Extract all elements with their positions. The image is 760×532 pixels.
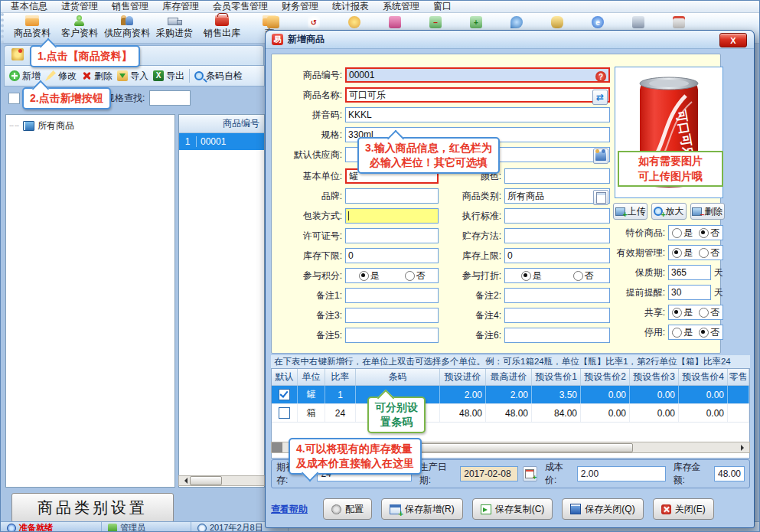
default-checkbox[interactable] [279, 389, 290, 400]
amount-input[interactable]: 48.00 [714, 466, 745, 481]
close-button[interactable]: 关闭(E) [653, 498, 714, 520]
menu-inventory-mgmt[interactable]: 库存管理 [155, 0, 206, 13]
col-purchase[interactable]: 预设进价 [440, 369, 486, 385]
col-barcode[interactable]: 条码 [356, 369, 440, 385]
category-input[interactable]: 所有商品 [504, 188, 610, 204]
stock-max-input[interactable]: 0 [504, 248, 610, 263]
remark4-input[interactable] [504, 308, 610, 323]
scroll-left-arrow-icon[interactable] [181, 478, 188, 484]
edit-button[interactable]: 修改 [45, 70, 77, 83]
water-drop-icon[interactable] [510, 16, 523, 28]
remark6-input[interactable] [504, 328, 610, 343]
prod-date-input[interactable]: 2017-02-08 [460, 466, 517, 481]
menu-system-mgmt[interactable]: 系统管理 [376, 0, 426, 13]
remark1-input[interactable] [345, 288, 439, 303]
dialog-close-button[interactable]: X [719, 33, 747, 47]
license-input[interactable] [345, 228, 439, 243]
category-settings-button[interactable]: 商品类别设置 [11, 493, 174, 523]
share-no-radio[interactable]: 否 [699, 306, 719, 319]
disable-yes-radio[interactable]: 是 [672, 326, 693, 339]
col-price3[interactable]: 预设售价3 [630, 369, 679, 385]
key-icon[interactable] [551, 16, 563, 28]
money-in-icon[interactable]: + [470, 16, 482, 28]
special-yes-radio[interactable]: 是 [672, 227, 693, 240]
menu-finance-mgmt[interactable]: 财务管理 [275, 0, 325, 13]
remark5-input[interactable] [345, 328, 439, 343]
points-yes-radio[interactable]: 是 [359, 269, 380, 282]
cost-input[interactable]: 2.00 [577, 466, 666, 481]
search-checkbox[interactable] [8, 93, 20, 104]
stock-min-input[interactable]: 0 [345, 248, 439, 263]
brand-input[interactable] [345, 188, 439, 204]
pinyin-input[interactable]: KKKL [345, 107, 610, 122]
storage-input[interactable] [504, 228, 610, 243]
name-refresh-button[interactable]: ⇄ [592, 90, 608, 105]
menu-sales-mgmt[interactable]: 销售管理 [105, 0, 155, 13]
remark2-input[interactable] [504, 288, 610, 303]
remark3-input[interactable] [345, 308, 439, 323]
col-retail-clipped[interactable]: 零售 [728, 369, 749, 385]
color-input[interactable] [504, 168, 610, 184]
menu-window[interactable]: 窗口 [426, 0, 458, 13]
package-input[interactable] [345, 208, 439, 224]
col-price1[interactable]: 预设售价1 [532, 369, 581, 385]
product-tab-icon[interactable] [11, 48, 24, 60]
undo-icon[interactable]: ↺ [308, 16, 320, 28]
money-out-icon[interactable]: – [429, 16, 442, 28]
barcode-check-button[interactable]: 条码自检 [194, 70, 243, 83]
col-price4[interactable]: 预设售价4 [679, 369, 728, 385]
add-button[interactable]: 新增 [9, 70, 41, 83]
col-price2[interactable]: 预设售价2 [581, 369, 630, 385]
save-copy-button[interactable]: 保存复制(C) [472, 498, 553, 520]
standard-input[interactable] [504, 208, 610, 224]
name-input[interactable]: 可口可乐 ⇄ [345, 87, 610, 103]
menu-statistics[interactable]: 统计报表 [325, 0, 376, 13]
list-row[interactable]: 1 00001 [179, 133, 264, 150]
zoom-image-button[interactable]: 放大 [651, 203, 686, 220]
export-button[interactable]: X导出 [153, 70, 184, 83]
scroll-thumb[interactable] [190, 476, 222, 485]
unit-table-row[interactable]: 箱 24 48.00 48.00 84.00 0.00 0.00 0.00 [272, 404, 749, 423]
package-icon[interactable] [267, 16, 279, 28]
toolbar-product-data[interactable]: 商品资料 [8, 13, 56, 42]
share-yes-radio[interactable]: 是 [672, 306, 693, 319]
users-icon[interactable] [389, 16, 401, 28]
col-unit[interactable]: 单位 [298, 369, 325, 385]
toolbar-supplier-data[interactable]: 供应商资料 [103, 13, 151, 42]
disable-no-radio[interactable]: 否 [699, 326, 719, 339]
col-ratio[interactable]: 比率 [325, 369, 356, 385]
view-help-link[interactable]: 查看帮助 [271, 503, 308, 516]
dialog-title-bar[interactable]: 易 新增商品 [266, 31, 754, 49]
tree-item-all-products[interactable]: ┄┄ 所有商品 [6, 115, 175, 137]
toolbar-sale-out[interactable]: 销售出库 [198, 13, 246, 42]
expiry-yes-radio[interactable]: 是 [672, 246, 693, 259]
remind-input[interactable]: 30 [668, 285, 711, 300]
save-new-button[interactable]: 保存新增(R) [381, 498, 463, 520]
category-picker-button[interactable] [593, 190, 608, 205]
toolbar-purchase-in[interactable]: 采购进货 [151, 13, 198, 42]
import-button[interactable]: 导入 [117, 70, 148, 83]
code-help-button[interactable]: ? [594, 70, 608, 83]
list-header-product-code[interactable]: 商品编号 [179, 115, 264, 133]
menu-member-retail-mgmt[interactable]: 会员零售管理 [206, 0, 275, 13]
report-icon[interactable] [673, 16, 685, 28]
save-close-button[interactable]: 保存关闭(Q) [562, 498, 643, 520]
browser-icon[interactable]: e [592, 16, 604, 28]
delete-button[interactable]: 删除 [81, 70, 113, 83]
search-input[interactable] [149, 90, 191, 106]
code-input[interactable]: 00001 ? [345, 67, 610, 83]
delete-image-button[interactable]: 删除 [690, 203, 725, 220]
upload-image-button[interactable]: 上传 [613, 203, 647, 220]
shelf-input[interactable]: 365 [668, 265, 711, 280]
expiry-no-radio[interactable]: 否 [699, 246, 719, 259]
unit-table-row[interactable]: 罐 1 2.00 2.00 3.50 0.00 0.00 0.00 [272, 386, 749, 404]
user-ball-icon[interactable] [348, 16, 360, 28]
computer-icon[interactable] [632, 16, 644, 28]
menu-basic-info[interactable]: 基本信息 [4, 0, 54, 13]
points-no-radio[interactable]: 否 [405, 269, 426, 282]
menu-purchase-mgmt[interactable]: 进货管理 [54, 0, 105, 13]
discount-yes-radio[interactable]: 是 [521, 269, 542, 282]
calendar-button[interactable] [523, 466, 537, 481]
col-max-purchase[interactable]: 最高进价 [486, 369, 532, 385]
list-horizontal-scrollbar[interactable] [178, 475, 265, 486]
